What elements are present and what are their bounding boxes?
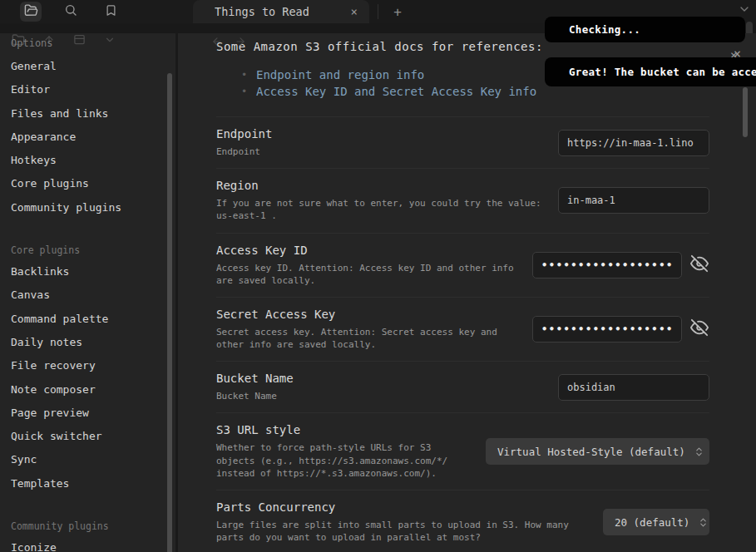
search-button[interactable] bbox=[60, 2, 82, 22]
sidebar-scrollbar-thumb[interactable] bbox=[167, 73, 172, 552]
setting-row-s3-url-style: S3 URL style Whether to force path-style… bbox=[216, 412, 709, 490]
setting-desc: Access key ID. Attention: Access key ID … bbox=[216, 262, 516, 287]
settings-sidebar: Options General Editor Files and links A… bbox=[0, 33, 175, 552]
app-window: Things to Read × + Options General Edito… bbox=[0, 0, 756, 552]
sidebar-item-canvas[interactable]: Canvas bbox=[0, 283, 166, 307]
settings-modal: Options General Editor Files and links A… bbox=[0, 33, 756, 552]
sidebar-item-daily-notes[interactable]: Daily notes bbox=[0, 331, 166, 354]
setting-row-region: Region If you are not sure what to enter… bbox=[216, 168, 709, 232]
setting-name: Parts Concurrency bbox=[216, 500, 586, 514]
setting-desc: Whether to force path-style URLs for S3 … bbox=[216, 441, 469, 480]
sidebar-item-command-palette[interactable]: Command palette bbox=[0, 308, 166, 331]
files-button[interactable] bbox=[20, 2, 42, 22]
region-input[interactable] bbox=[558, 187, 709, 214]
endpoint-region-info-link[interactable]: Endpoint and region info bbox=[256, 68, 424, 81]
setting-desc: Endpoint bbox=[216, 145, 541, 158]
content-scrollbar-thumb[interactable] bbox=[743, 87, 748, 137]
folder-icon bbox=[24, 3, 38, 21]
settings-nav: General Editor Files and links Appearanc… bbox=[0, 55, 166, 552]
chevrons-up-down-icon bbox=[698, 517, 709, 528]
toggle-visibility-button[interactable] bbox=[689, 255, 709, 275]
setting-desc: Secret access key. Attention: Secret acc… bbox=[216, 326, 516, 351]
secret-access-key-input[interactable] bbox=[532, 316, 682, 343]
tab-separator bbox=[378, 4, 378, 19]
sidebar-item-hotkeys[interactable]: Hotkeys bbox=[0, 149, 166, 172]
setting-desc: Large files are split into small parts t… bbox=[216, 519, 586, 544]
sidebar-item-files-and-links[interactable]: Files and links bbox=[0, 102, 166, 126]
sidebar-item-backlinks[interactable]: Backlinks bbox=[0, 260, 166, 283]
toast-text: Great! The bucket can be access bbox=[569, 66, 756, 78]
toast-checking: Checking... bbox=[545, 17, 745, 42]
access-key-info-link[interactable]: Access Key ID and Secret Access Key info bbox=[256, 85, 536, 98]
chevrons-up-down-icon bbox=[694, 446, 704, 457]
sidebar-header: Options bbox=[11, 37, 53, 49]
setting-name: Endpoint bbox=[216, 127, 541, 140]
tab-title: Things to Read bbox=[215, 5, 349, 18]
tab-close-icon[interactable]: × bbox=[349, 5, 359, 18]
sidebar-item-file-recovery[interactable]: File recovery bbox=[0, 354, 166, 377]
ribbon bbox=[0, 0, 193, 23]
s3-url-style-select[interactable]: Virtual Hosted-Style (default) bbox=[486, 438, 709, 465]
endpoint-input[interactable] bbox=[558, 130, 709, 156]
plugin-settings-pane: Some Amazon S3 official docs for referen… bbox=[216, 33, 709, 552]
sidebar-item-general[interactable]: General bbox=[0, 55, 166, 78]
access-key-id-input[interactable] bbox=[532, 252, 682, 278]
setting-row-endpoint: Endpoint Endpoint bbox=[216, 116, 709, 168]
sidebar-item-editor[interactable]: Editor bbox=[0, 78, 166, 101]
bucket-name-input[interactable] bbox=[558, 374, 709, 401]
back-arrow-icon bbox=[211, 35, 223, 51]
chevron-down-icon bbox=[104, 33, 116, 50]
select-value: 20 (default) bbox=[615, 516, 689, 529]
collapse-panel-icon bbox=[73, 33, 86, 50]
toast-text: Checking... bbox=[569, 23, 640, 36]
sidebar-item-core-plugins[interactable]: Core plugins bbox=[0, 172, 166, 195]
forward-arrow-icon bbox=[235, 35, 246, 51]
sidebar-item-quick-switcher[interactable]: Quick switcher bbox=[0, 425, 166, 448]
sidebar-item-appearance[interactable]: Appearance bbox=[0, 126, 166, 149]
setting-name: Secret Access Key bbox=[216, 308, 516, 321]
sidebar-item-iconize[interactable]: Iconize bbox=[0, 536, 166, 552]
new-tab-button[interactable]: + bbox=[385, 0, 410, 23]
sidebar-item-templates[interactable]: Templates bbox=[0, 472, 166, 495]
sidebar-item-sync[interactable]: Sync bbox=[0, 448, 166, 471]
select-value: Virtual Hosted-Style (default) bbox=[497, 446, 685, 458]
nav-arrows-ghost bbox=[211, 35, 246, 51]
setting-desc: If you are not sure what to enter, you c… bbox=[216, 197, 541, 222]
setting-desc: Bucket Name bbox=[216, 390, 541, 402]
toggle-visibility-button[interactable] bbox=[689, 319, 709, 339]
setting-row-bucket-name: Bucket Name Bucket Name bbox=[216, 361, 709, 412]
settings-content: × Some Amazon S3 official docs for refer… bbox=[175, 33, 756, 552]
toast-bucket-result: Great! The bucket can be access bbox=[545, 57, 756, 86]
setting-row-secret-access-key: Secret Access Key Secret access key. Att… bbox=[216, 297, 709, 361]
setting-name: S3 URL style bbox=[216, 423, 469, 436]
tab-things-to-read[interactable]: Things to Read × bbox=[193, 0, 369, 23]
setting-name: Region bbox=[216, 179, 541, 192]
search-icon bbox=[64, 3, 77, 20]
setting-name: Bucket Name bbox=[216, 372, 541, 385]
section-core-plugins: Core plugins bbox=[0, 240, 166, 260]
parts-concurrency-select[interactable]: 20 (default) bbox=[603, 509, 709, 535]
setting-name: Access Key ID bbox=[216, 244, 516, 257]
bookmarks-button[interactable] bbox=[100, 2, 121, 22]
section-community-plugins: Community plugins bbox=[0, 516, 166, 536]
eye-off-icon bbox=[690, 254, 709, 276]
sidebar-item-note-composer[interactable]: Note composer bbox=[0, 378, 166, 402]
bookmark-icon bbox=[105, 4, 117, 20]
sidebar-item-community-plugins[interactable]: Community plugins bbox=[0, 196, 166, 219]
eye-off-icon bbox=[690, 318, 709, 340]
setting-row-access-key-id: Access Key ID Access key ID. Attention: … bbox=[216, 233, 709, 297]
sidebar-item-page-preview[interactable]: Page preview bbox=[0, 402, 166, 425]
setting-row-parts-concurrency: Parts Concurrency Large files are split … bbox=[216, 490, 709, 552]
